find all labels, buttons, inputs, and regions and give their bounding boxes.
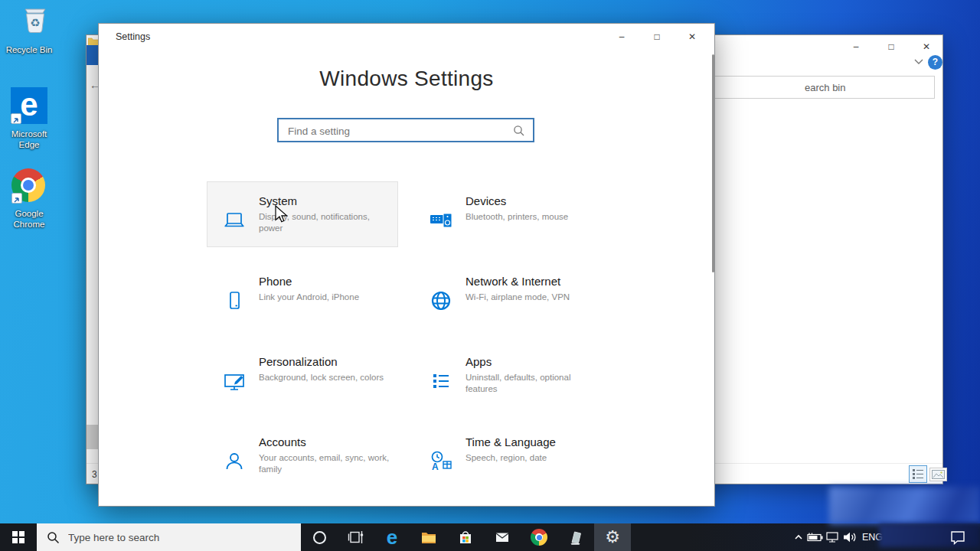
settings-tile-time-language[interactable]: A Time & Language Speech, region, date	[413, 422, 605, 488]
tile-title: Devices	[466, 194, 597, 207]
settings-tile-accounts[interactable]: Accounts Your accounts, email, sync, wor…	[207, 422, 398, 488]
tile-desc: Link your Android, iPhone	[259, 292, 390, 303]
settings-tile-apps[interactable]: Apps Uninstall, defaults, optional featu…	[413, 342, 605, 408]
taskbar-glass-app-button[interactable]	[557, 523, 594, 551]
settings-caption-buttons: – □ ✕	[604, 25, 710, 48]
explorer-search-box[interactable]: earch bin	[684, 76, 935, 99]
ribbon-collapse-chevron-icon[interactable]	[913, 58, 924, 66]
task-view-icon	[348, 529, 364, 546]
recycle-bin-icon: ♻	[18, 5, 52, 41]
tile-title: Time & Language	[466, 435, 597, 448]
action-center-icon[interactable]	[949, 529, 966, 549]
shortcut-arrow-icon	[11, 193, 22, 204]
desktop-icon-label: Recycle Bin	[0, 44, 58, 55]
desktop-icon-microsoft-edge[interactable]: e Microsoft Edge	[0, 87, 58, 150]
chrome-icon	[531, 529, 547, 546]
devices-icon	[427, 194, 455, 246]
tile-desc: Background, lock screen, colors	[259, 372, 390, 383]
search-icon	[47, 531, 60, 544]
tile-desc: Speech, region, date	[466, 452, 597, 464]
edge-icon: e	[387, 527, 397, 547]
nav-pane-fragment	[87, 425, 99, 449]
find-setting-input[interactable]	[286, 120, 515, 142]
scrollbar-thumb[interactable]	[712, 54, 714, 272]
globe-icon	[427, 275, 455, 327]
tray-chevron-up-icon[interactable]	[793, 523, 804, 551]
gear-icon: ⚙	[605, 529, 620, 546]
desktop-icon-google-chrome[interactable]: Google Chrome	[0, 168, 58, 230]
details-view-button[interactable]	[909, 465, 927, 483]
settings-tile-personalization[interactable]: Personalization Background, lock screen,…	[207, 342, 398, 408]
search-icon	[513, 125, 525, 137]
cortana-icon	[313, 531, 326, 544]
settings-tile-network[interactable]: Network & Internet Wi-Fi, airplane mode,…	[413, 262, 605, 328]
time-language-icon: A	[427, 435, 455, 487]
tile-desc: Wi-Fi, airplane mode, VPN	[466, 292, 597, 303]
store-icon	[456, 528, 475, 546]
settings-tile-phone[interactable]: Phone Link your Android, iPhone	[207, 262, 398, 328]
personalization-icon	[220, 355, 248, 407]
close-button[interactable]: ✕	[909, 35, 944, 58]
tile-desc: Your accounts, email, sync, work, family	[259, 452, 390, 475]
taskbar-edge-button[interactable]: e	[374, 523, 410, 551]
svg-text:♻: ♻	[30, 16, 40, 29]
mouse-cursor	[275, 205, 290, 225]
tray-network-icon[interactable]	[825, 523, 841, 551]
tile-title: Apps	[466, 355, 597, 368]
mail-icon	[493, 528, 511, 546]
thumbnail-view-icon	[932, 470, 945, 479]
tile-title: Accounts	[259, 435, 390, 448]
windows-logo-icon	[12, 531, 24, 543]
blurred-watermark	[829, 487, 980, 524]
explorer-caption-buttons: – □ ✕	[838, 35, 944, 58]
taskbar: e	[0, 523, 980, 551]
minimize-button[interactable]: –	[604, 25, 639, 48]
file-explorer-icon	[420, 528, 438, 546]
task-view-button[interactable]	[338, 523, 374, 551]
taskbar-search-box[interactable]	[37, 523, 301, 551]
svg-text:A: A	[432, 461, 439, 472]
glass-pane-icon	[567, 528, 585, 546]
taskbar-store-button[interactable]	[447, 523, 484, 551]
start-button[interactable]	[0, 523, 37, 551]
shortcut-arrow-icon	[11, 113, 21, 124]
settings-tile-devices[interactable]: Devices Bluetooth, printers, mouse	[413, 181, 605, 247]
tile-title: Personalization	[259, 355, 390, 368]
window-title: Settings	[116, 31, 150, 42]
page-title: Windows Settings	[99, 67, 714, 91]
tile-desc: Bluetooth, printers, mouse	[466, 211, 597, 223]
chrome-icon	[11, 168, 47, 204]
desktop: ♻ Recycle Bin e Microsoft Edge Google Ch…	[0, 0, 980, 551]
taskbar-mail-button[interactable]	[484, 523, 521, 551]
desktop-icon-label: Google Chrome	[0, 208, 58, 230]
minimize-button[interactable]: –	[838, 35, 874, 58]
close-button[interactable]: ✕	[675, 25, 710, 48]
taskbar-file-explorer-button[interactable]	[410, 523, 447, 551]
details-view-icon	[912, 468, 924, 480]
desktop-icon-recycle-bin[interactable]: ♻ Recycle Bin	[0, 5, 58, 55]
accounts-icon	[220, 435, 248, 487]
taskbar-chrome-button[interactable]	[521, 523, 557, 551]
thumbnail-view-button[interactable]	[929, 468, 947, 481]
taskbar-search-input[interactable]	[67, 531, 276, 544]
help-icon[interactable]: ?	[928, 55, 942, 70]
maximize-button[interactable]: □	[874, 35, 909, 58]
maximize-button[interactable]: □	[639, 25, 675, 48]
phone-icon	[220, 275, 248, 327]
settings-tile-system[interactable]: System Display, sound, notifications, po…	[207, 181, 398, 247]
settings-window: Settings – □ ✕ Windows Settings System D…	[98, 23, 715, 507]
taskbar-settings-button[interactable]: ⚙	[594, 523, 631, 551]
tile-title: Network & Internet	[466, 275, 597, 288]
system-icon	[220, 194, 248, 246]
explorer-search-text: earch bin	[805, 82, 845, 93]
tray-volume-icon[interactable]	[842, 523, 858, 551]
apps-icon	[427, 355, 455, 407]
desktop-icon-label: Microsoft Edge	[0, 129, 58, 150]
cortana-button[interactable]	[301, 523, 338, 551]
tile-title: Phone	[259, 275, 390, 288]
find-setting-searchbox[interactable]	[277, 118, 534, 142]
tile-desc: Uninstall, defaults, optional features	[466, 372, 597, 395]
tray-battery-icon[interactable]	[807, 523, 824, 551]
edge-icon: e	[11, 87, 47, 124]
